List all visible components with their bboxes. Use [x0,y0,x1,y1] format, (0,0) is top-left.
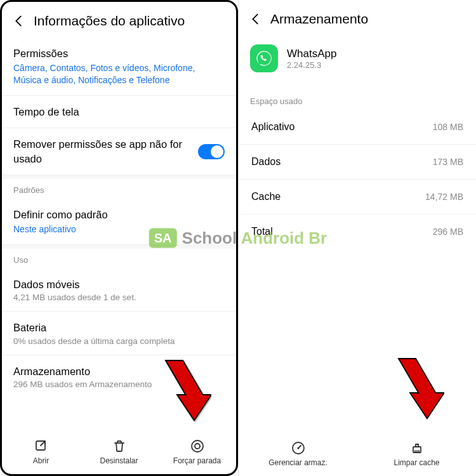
bottom-bar: Gerenciar armaz. Limpar cache [239,433,476,476]
bottom-label: Gerenciar armaz. [268,458,327,467]
app-row: WhatsApp 2.24.25.3 [239,36,476,79]
gauge-icon [291,440,306,456]
permissions-item[interactable]: Permissões Câmera, Contatos, Fotos e víd… [2,37,236,96]
uninstall-button[interactable]: Desinstalar [80,439,158,465]
back-button[interactable] [12,14,26,28]
bottom-bar: Abrir Desinstalar Forçar parada [2,431,236,474]
bottom-label: Limpar cache [393,458,439,467]
chevron-left-icon [249,12,263,26]
svg-point-5 [297,447,299,449]
app-name: WhatsApp [287,48,336,60]
row-value: 108 MB [433,122,463,132]
item-sub: Neste aplicativo [13,223,225,235]
screen-app-info: Informações do aplicativo Permissões Câm… [0,0,238,476]
battery-item[interactable]: Bateria 0% usados desde a última carga c… [2,312,236,355]
row-value: 173 MB [433,157,463,167]
item-label: Permissões [13,46,225,60]
svg-point-1 [192,440,203,452]
item-label: Tempo de tela [13,105,225,119]
clear-cache-button[interactable]: Limpar cache [357,440,476,467]
usage-label: Uso [2,249,236,268]
remove-permissions-item[interactable]: Remover permissões se app não for usado [2,128,236,175]
broom-icon [409,440,425,456]
storage-row-data: Dados 173 MB [239,145,476,180]
storage-row-app: Aplicativo 108 MB [239,110,476,145]
screen-time-item[interactable]: Tempo de tela [2,96,236,128]
manage-storage-button[interactable]: Gerenciar armaz. [239,440,357,467]
row-value: 14,72 MB [425,192,463,202]
back-button[interactable] [249,12,263,26]
force-stop-button[interactable]: Forçar parada [158,439,236,465]
item-sub: 0% usados desde a última carga completa [13,336,225,346]
trash-icon [112,439,127,454]
storage-row-total: Total 296 MB [239,215,476,249]
row-label: Total [251,226,273,237]
content: Permissões Câmera, Contatos, Fotos e víd… [2,37,236,431]
item-label: Armazenamento [13,364,225,378]
storage-item[interactable]: Armazenamento 296 MB usados em Armazenam… [2,355,236,398]
item-sub: 4,21 MB usados desde 1 de set. [13,293,225,302]
item-sub: 296 MB usados em Armazenamento [13,380,225,389]
set-default-item[interactable]: Definir como padrão Neste aplicativo [2,199,236,245]
item-label: Remover permissões se app não for usado [13,137,198,166]
open-button[interactable]: Abrir [2,439,80,465]
space-used-label: Espaço usado [239,79,476,110]
bottom-label: Forçar parada [173,456,221,465]
remove-permissions-toggle[interactable] [198,144,225,159]
item-label: Dados móveis [13,277,225,291]
storage-row-cache: Cache 14,72 MB [239,180,476,215]
force-stop-icon [190,439,205,454]
svg-point-2 [195,444,200,449]
bottom-label: Abrir [33,456,49,465]
screen-storage: Armazenamento WhatsApp 2.24.25.3 Espaço … [238,0,476,476]
row-value: 296 MB [433,227,463,237]
row-label: Dados [251,156,281,168]
mobile-data-item[interactable]: Dados móveis 4,21 MB usados desde 1 de s… [2,268,236,312]
open-icon [34,439,49,454]
defaults-label: Padrões [2,179,236,199]
row-label: Cache [251,191,281,202]
header: Informações do aplicativo [2,2,236,37]
page-title: Informações do aplicativo [34,13,185,29]
permissions-list: Câmera, Contatos, Fotos e vídeos, Microf… [13,62,225,86]
row-label: Aplicativo [251,121,294,133]
header: Armazenamento [239,0,476,36]
page-title: Armazenamento [270,11,368,27]
bottom-label: Desinstalar [100,456,138,465]
item-label: Bateria [13,321,225,334]
chevron-left-icon [12,14,26,28]
whatsapp-icon [250,44,278,72]
item-label: Definir como padrão [13,208,225,221]
app-version: 2.24.25.3 [287,60,336,70]
